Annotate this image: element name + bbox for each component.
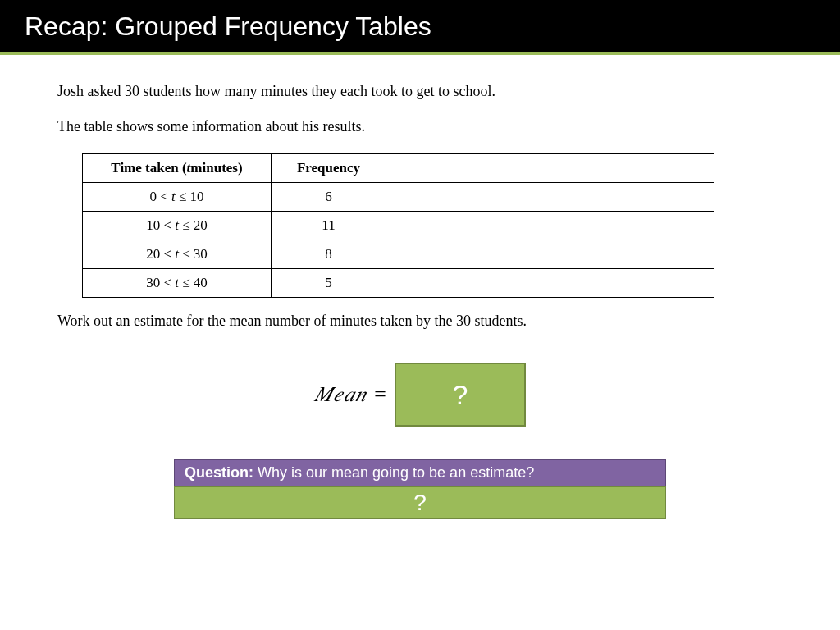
workout-prompt: Work out an estimate for the mean number…	[57, 313, 783, 330]
header-empty-1	[386, 154, 550, 183]
cell-empty	[550, 240, 714, 269]
cell-freq: 11	[272, 212, 386, 240]
table-row: 10 < t ≤ 20 11	[83, 212, 714, 240]
frequency-table: Time taken (tminutes) Frequency 0 < t ≤ …	[82, 153, 714, 298]
cell-time: 20 < t ≤ 30	[83, 240, 272, 269]
question-label: Question:	[185, 464, 253, 481]
table-row: 30 < t ≤ 40 5	[83, 269, 714, 298]
slide-title: Recap: Grouped Frequency Tables	[25, 11, 815, 42]
title-bar: Recap: Grouped Frequency Tables	[0, 0, 840, 52]
cell-empty	[386, 240, 550, 269]
header-time: Time taken (tminutes)	[83, 154, 272, 183]
cell-empty	[550, 212, 714, 240]
cell-freq: 8	[272, 240, 386, 269]
cell-freq: 6	[272, 183, 386, 212]
intro-line-1: Josh asked 30 students how many minutes …	[57, 83, 783, 100]
cell-freq: 5	[272, 269, 386, 298]
question-bar: Question: Why is our mean going to be an…	[174, 459, 666, 486]
content-area: Josh asked 30 students how many minutes …	[0, 55, 840, 519]
question-block: Question: Why is our mean going to be an…	[174, 459, 666, 519]
cell-time: 10 < t ≤ 20	[83, 212, 272, 240]
mean-label: 𝑀𝑒𝑎𝑛 =	[314, 382, 388, 407]
cell-empty	[386, 212, 550, 240]
cell-empty	[550, 183, 714, 212]
answer-box[interactable]: ?	[174, 486, 666, 519]
question-text: Why is our mean going to be an estimate?	[253, 464, 534, 481]
intro-line-2: The table shows some information about h…	[57, 118, 783, 135]
intro-text: Josh asked 30 students how many minutes …	[57, 83, 783, 135]
mean-answer-box[interactable]: ?	[395, 363, 526, 427]
header-frequency: Frequency	[272, 154, 386, 183]
table-header-row: Time taken (tminutes) Frequency	[83, 154, 714, 183]
mean-row: 𝑀𝑒𝑎𝑛 = ?	[57, 363, 783, 427]
cell-time: 30 < t ≤ 40	[83, 269, 272, 298]
header-empty-2	[550, 154, 714, 183]
table-row: 20 < t ≤ 30 8	[83, 240, 714, 269]
cell-empty	[386, 183, 550, 212]
cell-empty	[386, 269, 550, 298]
table-row: 0 < t ≤ 10 6	[83, 183, 714, 212]
cell-time: 0 < t ≤ 10	[83, 183, 272, 212]
cell-empty	[550, 269, 714, 298]
